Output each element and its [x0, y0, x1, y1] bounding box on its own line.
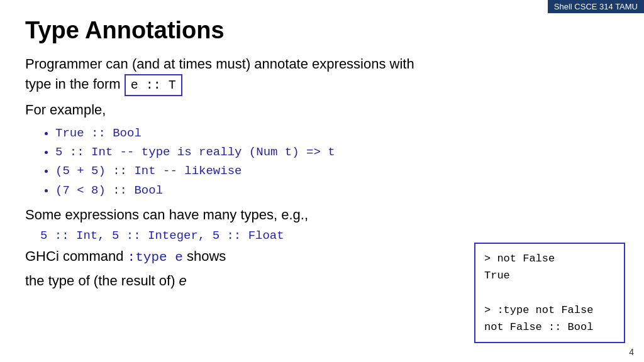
ghci-output-line-4: > :type not False	[484, 302, 615, 319]
ghci-output-line-3	[484, 284, 615, 301]
ghci-output-line-5: not False :: Bool	[484, 319, 615, 336]
ghci-command-pre: GHCi command	[25, 248, 123, 264]
many-types-code: 5 :: Int, 5 :: Integer, 5 :: Float	[40, 229, 619, 243]
ghci-output-line-2: True	[484, 267, 615, 284]
inline-code-e-t: e :: T	[125, 74, 182, 96]
top-bar-label: Shell CSCE 314 TAMU	[554, 2, 638, 11]
ghci-command-post: shows	[187, 248, 226, 264]
bullet-list: True :: Bool 5 :: Int -- type is really …	[55, 124, 619, 200]
top-bar: Shell CSCE 314 TAMU	[548, 0, 644, 13]
bullet-item-1: True :: Bool	[55, 124, 619, 143]
ghci-output-line-1: > not False	[484, 250, 615, 267]
ghci-italic-e: e	[179, 273, 187, 288]
ghci-inline-code: :type e	[128, 250, 183, 265]
many-types-text: Some expressions can have many types, e.…	[25, 205, 619, 225]
example-label: For example,	[25, 100, 619, 120]
slide-number: 4	[629, 347, 634, 357]
ghci-output-box: > not False True > :type not False not F…	[474, 243, 625, 343]
intro-line1: Programmer can (and at times must) annot…	[25, 56, 414, 72]
bullet-item-3: (5 + 5) :: Int -- likewise	[55, 162, 619, 180]
slide-title: Type Annotations	[25, 18, 619, 44]
bullet-item-4: (7 < 8) :: Bool	[55, 181, 619, 200]
ghci-line2-text: the type of (the result of)	[25, 273, 175, 288]
intro-paragraph: Programmer can (and at times must) annot…	[25, 54, 619, 96]
bullet-item-2: 5 :: Int -- type is really (Num t) => t	[55, 143, 619, 162]
intro-line2-pre: type in the form	[25, 76, 121, 92]
